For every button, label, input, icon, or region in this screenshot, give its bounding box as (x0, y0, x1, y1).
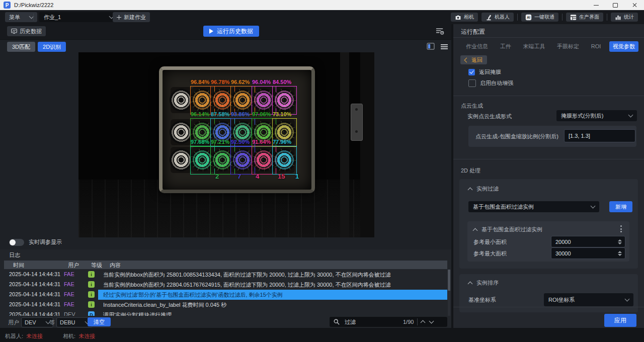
close-button[interactable] (625, 0, 644, 10)
log-user: FAE (64, 301, 74, 307)
base-coord-select[interactable]: ROI坐标系 (544, 293, 633, 306)
log-scrollbar-thumb[interactable] (448, 270, 450, 291)
log-search-box[interactable]: 1/90 (330, 317, 447, 327)
detection-score-label: 73.10% (273, 111, 291, 117)
detection-score-label: 96.84% (191, 79, 209, 85)
config-tab-末端工具[interactable]: 末端工具 (519, 41, 548, 52)
clear-log-button[interactable]: 清空 (88, 317, 111, 326)
run-config-panel: 运行配置 作业信息工件末端工具手眼标定ROI视觉参数 返回 返回掩膜 启用自动增… (453, 24, 644, 328)
robot-icon (486, 14, 492, 21)
log-row[interactable]: 2025-04-14 14:44:31DEVD调用'实例分割'模块进行推理 (0, 310, 447, 316)
instance-sort-title: 实例排序 (476, 279, 499, 287)
pointcloud-scale-input[interactable] (564, 129, 635, 142)
log-content: 当前实例的bbox的面积为 22804.051767624915, 面积的过滤下… (98, 280, 447, 290)
config-tab-作业信息[interactable]: 作业信息 (462, 41, 492, 52)
checkbox-checked-icon[interactable] (468, 69, 475, 75)
spinner-arrows[interactable] (618, 251, 622, 256)
add-filter-button[interactable]: 新增 (609, 201, 632, 212)
new-job-button[interactable]: 新建作业 (113, 12, 150, 22)
panel-layout-button[interactable] (427, 43, 435, 52)
instance-filter-title: 实例过滤 (476, 185, 499, 193)
config-tab-工件[interactable]: 工件 (497, 41, 515, 52)
log-rows: 2025-04-14 14:44:31FAEi当前实例的bbox的面积为 258… (0, 270, 447, 316)
config-tab-ROI[interactable]: ROI (588, 42, 605, 51)
back-button[interactable]: 返回 (460, 55, 487, 64)
run-history-button[interactable]: 运行历史数据 (203, 26, 259, 37)
user-filter-value: DEV (25, 319, 36, 325)
stats-label: 统计 (624, 14, 634, 21)
undetected-part (170, 89, 193, 112)
camera-image[interactable]: 96.84%96.78%96.62%96.04%84.50%96.14%87.5… (78, 52, 374, 237)
menubar-camera-button[interactable]: 相机 (451, 13, 478, 22)
history-data-button[interactable]: 历史数据 (7, 26, 46, 36)
screw (355, 108, 358, 111)
plus-icon (117, 15, 121, 20)
pointcloud-form-select[interactable]: 掩膜形式(分割后) (556, 110, 637, 121)
photo-bracket (351, 104, 363, 141)
detection-score-label: 84.50% (273, 79, 291, 85)
log-time: 2025-04-14 14:44:31 (9, 281, 60, 287)
instance-filter-header[interactable]: 实例过滤 (468, 185, 499, 193)
filter-function-select[interactable]: 基于包围盒面积过滤实例 (468, 201, 599, 212)
detection-score-label: 91.64% (252, 139, 271, 145)
config-tabs: 作业信息工件末端工具手眼标定ROI视觉参数 (462, 41, 638, 51)
instance-id-label: 7 (237, 173, 241, 180)
play-icon (209, 29, 213, 34)
user-filter-label: 用户 (8, 319, 19, 326)
log-row[interactable]: 2025-04-14 14:44:31FAEi当前实例的bbox的面积为 228… (0, 280, 447, 290)
config-tab-视觉参数[interactable]: 视觉参数 (609, 41, 638, 52)
min-area-spinner[interactable] (551, 236, 625, 247)
toggle-knob (10, 239, 16, 245)
log-level-icon: i (88, 301, 95, 308)
kebab-menu-icon[interactable] (620, 225, 622, 232)
min-area-label: 参考最小面积 (473, 238, 507, 246)
next-match-button[interactable] (429, 319, 434, 324)
close-icon (632, 3, 637, 8)
history-data-label: 历史数据 (20, 28, 42, 35)
spinner-arrows[interactable] (618, 239, 622, 244)
view-tab-3D匹配[interactable]: 3D匹配 (7, 42, 35, 52)
min-area-input[interactable] (551, 239, 618, 245)
instance-sort-header[interactable]: 实例排序 (468, 279, 499, 287)
apply-button[interactable]: 应用 (604, 314, 636, 327)
log-row[interactable]: 2025-04-14 14:44:31FAEi经过'实例过滤'部分的'基于包围盒… (0, 290, 447, 300)
svg-text:AI: AI (527, 16, 530, 19)
max-area-input[interactable] (551, 250, 618, 256)
previous-match-button[interactable] (421, 320, 426, 325)
view-tab-2D识别[interactable]: 2D识别 (38, 42, 66, 52)
log-row[interactable]: 2025-04-14 14:44:31FAEi当前实例的bbox的面积为 258… (0, 270, 447, 280)
detection-score-label: 87.58% (211, 111, 229, 117)
log-search-input[interactable] (344, 318, 401, 325)
log-scrollbar[interactable] (448, 270, 450, 316)
base-coord-label: 基准坐标系 (468, 296, 496, 304)
log-col-content: 内容 (110, 262, 121, 269)
checkbox-unchecked-icon[interactable] (468, 79, 476, 87)
menu-dropdown[interactable]: 菜单 (5, 12, 37, 22)
log-time: 2025-04-14 14:44:31 (9, 291, 60, 297)
detected-part-mask (273, 148, 296, 172)
menubar-ai-button[interactable]: AI一键联通 (521, 13, 558, 22)
maximize-button[interactable] (606, 0, 625, 10)
log-content: 调用'实例分割'模块进行推理 (98, 310, 447, 316)
menu-hamburger-button[interactable] (441, 43, 448, 50)
log-level-icon: i (88, 281, 95, 288)
menubar-stats-button[interactable]: 统计 (611, 13, 638, 22)
instance-id-label: 1 (295, 173, 299, 180)
menubar-robot-button[interactable]: 机器人 (481, 13, 514, 22)
log-row[interactable]: 2025-04-14 14:44:31FAEiInstanceCriteria.… (0, 300, 447, 310)
realtime-display-toggle[interactable] (9, 239, 24, 246)
return-mask-checkbox-row[interactable]: 返回掩膜 (468, 68, 501, 76)
auto-enhance-checkbox-row[interactable]: 启用自动增强 (468, 79, 513, 87)
menubar-production-button[interactable]: 生产界面 (566, 13, 603, 22)
minimize-button[interactable] (587, 0, 606, 10)
maximize-icon (613, 3, 618, 8)
bbox-area-filter-header[interactable]: 基于包围盒面积过滤实例 (473, 226, 542, 233)
menubar: 菜单 作业_1 新建作业 相机机器人AI一键联通生产界面统计 (0, 10, 644, 24)
config-tab-手眼标定[interactable]: 手眼标定 (553, 41, 583, 52)
max-area-spinner[interactable] (551, 247, 625, 259)
detection-score-label: 96.14% (191, 111, 209, 117)
user-filter-select[interactable]: DEV (21, 317, 53, 327)
job-select[interactable]: 作业_1 (39, 12, 118, 22)
divider (453, 307, 644, 307)
display-settings-button[interactable] (436, 27, 444, 37)
